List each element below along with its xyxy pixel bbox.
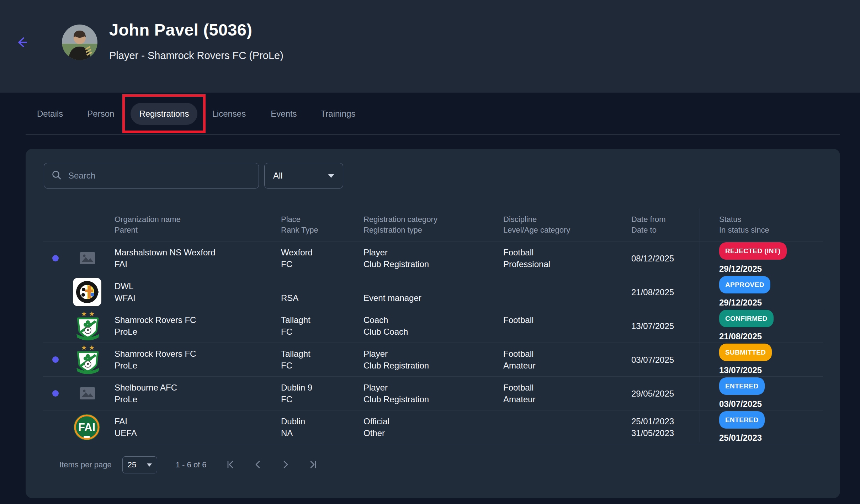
- status-badge: ENTERED: [719, 411, 765, 429]
- place-cell: Dublin NA: [281, 410, 363, 444]
- back-button[interactable]: [14, 34, 31, 51]
- status-cell: CONFIRMED 21/08/2025: [700, 309, 823, 343]
- registration-type: Club Registration: [363, 258, 503, 270]
- svg-text:★: ★: [81, 311, 87, 318]
- last-page-button[interactable]: [306, 458, 320, 472]
- organization-cell: DWL WFAI: [115, 275, 281, 309]
- rank-type: RSA: [281, 292, 363, 304]
- next-page-button[interactable]: [278, 458, 293, 472]
- status-cell: APPROVED 29/12/2025: [700, 275, 823, 309]
- dates-cell: 13/07/2025: [631, 309, 700, 343]
- first-page-button[interactable]: [223, 458, 237, 472]
- table-row[interactable]: ★ ★ Shamrock Rovers FC ProLe Tallaght FC: [43, 309, 823, 343]
- discipline: Football: [503, 246, 631, 258]
- status-badge: CONFIRMED: [719, 310, 774, 327]
- previous-page-icon: [252, 466, 264, 472]
- registration-category: Official: [363, 415, 503, 427]
- next-page-icon: [280, 466, 292, 472]
- image-placeholder-icon: [80, 387, 95, 399]
- organization-logo: ★ ★: [73, 343, 115, 376]
- level-age-category: Amateur: [503, 360, 631, 371]
- registration-cell: Player Club Registration: [363, 343, 503, 376]
- items-per-page-label: Items per page: [59, 460, 112, 469]
- table-body: Marshalstown NS Wexford FAI Wexford FC P…: [43, 242, 823, 444]
- filter-value: All: [273, 171, 283, 181]
- discipline-cell: Football Amateur: [503, 377, 631, 410]
- in-status-since: 03/07/2025: [719, 398, 762, 410]
- fai-logo: FAI: [73, 413, 101, 441]
- tab-person[interactable]: Person: [87, 109, 114, 119]
- svg-text:★: ★: [89, 311, 95, 318]
- date-from: 25/01/2023: [631, 415, 700, 427]
- registration-cell: Coach Club Coach: [363, 309, 503, 343]
- dates-cell: 21/08/2025: [631, 275, 700, 309]
- registration-type: Other: [363, 427, 503, 439]
- discipline: Football: [503, 314, 631, 326]
- dwl-club-logo: [73, 278, 101, 306]
- column-header-place: PlaceRank Type: [281, 208, 363, 241]
- search-box: [44, 163, 259, 189]
- place: [281, 280, 363, 292]
- tab-details[interactable]: Details: [37, 109, 63, 119]
- date-from: 29/05/2025: [631, 388, 700, 399]
- in-status-since: 21/08/2025: [719, 330, 762, 342]
- place-cell: Tallaght FC: [281, 343, 363, 376]
- shamrock-rovers-logo: ★ ★: [73, 311, 103, 341]
- registrations-panel: All Organization nameParent PlaceRank Ty…: [26, 149, 840, 498]
- discipline: Football: [503, 382, 631, 393]
- organization-logo: [73, 275, 115, 309]
- organization-cell: Shelbourne AFC ProLe: [115, 377, 281, 410]
- organization-logo: [73, 242, 115, 275]
- filter-dropdown[interactable]: All: [264, 163, 343, 189]
- rank-type: FC: [281, 326, 363, 338]
- new-item-indicator-dot: [52, 255, 59, 261]
- page-size-dropdown[interactable]: 25: [122, 456, 157, 473]
- organization-cell: Shamrock Rovers FC ProLe: [115, 309, 281, 343]
- date-from: 13/07/2025: [631, 320, 700, 332]
- registration-category: [363, 280, 503, 292]
- registration-category: Player: [363, 246, 503, 258]
- table-row[interactable]: Marshalstown NS Wexford FAI Wexford FC P…: [43, 242, 823, 275]
- rank-type: NA: [281, 427, 363, 439]
- tab-registrations[interactable]: Registrations: [131, 103, 197, 125]
- date-from: 21/08/2025: [631, 286, 700, 298]
- page-range-label: 1 - 6 of 6: [176, 460, 207, 469]
- shamrock-rovers-logo: ★ ★: [73, 344, 103, 375]
- registration-category: Player: [363, 348, 503, 360]
- status-cell: SUBMITTED 13/07/2025: [700, 343, 823, 376]
- organization-parent: UEFA: [115, 427, 281, 439]
- table-row[interactable]: ★ ★ Shamrock Rovers FC ProLe Tallaght FC: [43, 343, 823, 377]
- status-badge: APPROVED: [719, 276, 770, 293]
- paginator: Items per page 25 1 - 6 of 6: [43, 452, 320, 478]
- table-row[interactable]: Shelbourne AFC ProLe Dublin 9 FC Player …: [43, 377, 823, 410]
- discipline-cell: [503, 410, 631, 444]
- column-header-registration: Registration categoryRegistration type: [363, 208, 503, 241]
- organization-name: Shamrock Rovers FC: [115, 348, 281, 360]
- last-page-icon: [307, 466, 319, 472]
- registration-cell: Player Club Registration: [363, 377, 503, 410]
- registrations-table: Organization nameParent PlaceRank Type R…: [43, 208, 823, 444]
- tab-events[interactable]: Events: [271, 109, 297, 119]
- organization-name: Shamrock Rovers FC: [115, 314, 281, 326]
- new-item-indicator-dot: [52, 356, 59, 363]
- search-input[interactable]: [68, 170, 251, 181]
- registration-cell: Official Other: [363, 410, 503, 444]
- discipline: [503, 280, 631, 292]
- in-status-since: 13/07/2025: [719, 364, 762, 376]
- table-row[interactable]: DWL WFAI RSA Event manager 21/08/2025 AP…: [43, 275, 823, 309]
- discipline-cell: Football: [503, 309, 631, 343]
- place-cell: Wexford FC: [281, 242, 363, 275]
- organization-parent: ProLe: [115, 393, 281, 405]
- date-from: 08/12/2025: [631, 253, 700, 264]
- organization-logo: ★ ★: [73, 309, 115, 343]
- tab-trainings[interactable]: Trainings: [321, 109, 356, 119]
- table-row[interactable]: FAI FAI UEFA Dublin NA Official Other 25…: [43, 410, 823, 444]
- level-age-category: [503, 292, 631, 304]
- dates-cell: 29/05/2025: [631, 377, 700, 410]
- tab-licenses[interactable]: Licenses: [212, 109, 246, 119]
- search-icon: [51, 170, 68, 182]
- page-subtitle: Player - Shamrock Rovers FC (ProLe): [109, 50, 283, 62]
- profile-header: John Pavel (5036) Player - Shamrock Rove…: [0, 0, 860, 92]
- in-status-since: 29/12/2025: [719, 297, 762, 308]
- previous-page-button[interactable]: [251, 458, 265, 472]
